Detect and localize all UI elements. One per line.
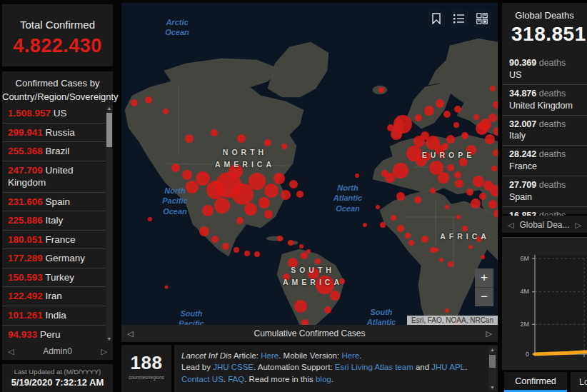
case-count: 255.368 — [8, 146, 43, 156]
ocean-label-arctic: Arctic Ocean — [159, 17, 195, 38]
deaths-word: deaths — [539, 119, 566, 129]
faq-link[interactable]: FAQ — [228, 375, 244, 383]
zoom-out-button[interactable]: − — [475, 288, 493, 306]
lancet-title: Lancet Inf Dis — [181, 351, 231, 360]
death-row-spain[interactable]: 27.709 deathsSpain — [502, 176, 587, 207]
case-count: 299.941 — [8, 127, 43, 138]
blog-link[interactable]: blog — [316, 375, 331, 383]
case-count: 122.492 — [8, 291, 43, 301]
info-text: Lancet Inf Dis Article: Here. Mobile Ver… — [174, 345, 498, 385]
info-scrollbar[interactable]: ▲ ▼ — [488, 346, 496, 391]
ocean-label-north-pacific: North Pacific Ocean — [156, 186, 194, 216]
case-count: 231.606 — [8, 196, 43, 207]
bookmark-icon[interactable] — [428, 10, 445, 27]
layer-title: Cumulative Confirmed Cases — [121, 328, 498, 338]
map-layer-pager: ◁ Cumulative Confirmed Cases ▷ — [121, 325, 498, 342]
countries-count: 188 — [121, 352, 171, 374]
pager-prev-icon[interactable]: ◁ — [508, 221, 513, 230]
case-count: 150.593 — [8, 272, 43, 283]
death-count: 28.242 — [509, 149, 536, 159]
scroll-up-icon[interactable]: ▲ — [488, 347, 496, 352]
info-segment: . — [359, 351, 361, 360]
death-count: 90.369 — [509, 58, 536, 68]
case-row-india[interactable]: 101.261 India — [2, 306, 106, 326]
death-country: United Kingdom — [509, 100, 587, 112]
ytick-4m: 4M — [508, 288, 529, 295]
trend-chart-panel[interactable]: 6M 4M 2M 0 — [502, 238, 587, 370]
continent-label-europe: EUROPE — [413, 149, 484, 161]
scroll-down-icon[interactable]: ▼ — [488, 385, 496, 390]
case-row-italy[interactable]: 225.886 Italy — [2, 211, 106, 231]
case-row-peru[interactable]: 94.933 Peru — [2, 326, 106, 343]
layer-prev-icon[interactable]: ◁ — [127, 329, 133, 338]
death-count: 34.876 — [509, 89, 536, 99]
world-map[interactable]: Arctic Ocean North Pacific Ocean North A… — [121, 3, 498, 325]
jhu-apl-link[interactable]: JHU APL — [431, 363, 465, 371]
zoom-in-button[interactable]: + — [475, 268, 493, 287]
legend-list-icon[interactable] — [451, 10, 468, 27]
case-row-spain[interactable]: 231.606 Spain — [2, 193, 106, 212]
map-zoom-control: + − — [475, 268, 493, 306]
case-row-russia[interactable]: 299.941 Russia — [2, 124, 106, 143]
case-country: Turkey — [45, 272, 74, 283]
cases-scrollbar[interactable]: ▲ ▼ — [106, 106, 112, 341]
case-row-united-kingdom[interactable]: 247.709 United Kingdom — [2, 161, 106, 193]
case-country: Iran — [46, 291, 62, 301]
death-country: France — [509, 161, 587, 173]
scroll-down-icon[interactable]: ▼ — [106, 336, 112, 341]
cases-header-line1: Confirmed Cases by — [2, 77, 113, 91]
info-segment: . Automation Support: — [254, 363, 335, 371]
ytick-0: 0 — [508, 351, 529, 358]
global-deaths-title: Global Deaths — [502, 3, 587, 21]
death-row-france[interactable]: 28.242 deathsFrance — [502, 146, 587, 176]
case-country: Germany — [46, 253, 86, 263]
layer-next-icon[interactable]: ▷ — [486, 329, 492, 338]
pager-prev-icon[interactable]: ◁ — [8, 347, 14, 356]
deaths-word: deaths — [539, 89, 566, 99]
global-deaths-value: 318.851 — [511, 23, 587, 46]
case-count: 180.051 — [8, 234, 43, 245]
total-confirmed-value: 4.822.430 — [2, 35, 113, 57]
contact-us-link[interactable]: Contact US — [181, 375, 224, 383]
case-row-turkey[interactable]: 150.593 Turkey — [2, 268, 106, 288]
case-country: India — [46, 310, 66, 321]
death-row-italy[interactable]: 32.007 deathsItaly — [502, 116, 587, 146]
mobile-version-link[interactable]: Here — [341, 351, 359, 360]
article-link[interactable]: Here — [261, 351, 279, 360]
jhu-csse-link[interactable]: JHU CSSE — [213, 363, 254, 371]
info-segment: Lead by — [181, 363, 213, 371]
case-row-france[interactable]: 180.051 France — [2, 231, 106, 250]
case-row-brazil[interactable]: 255.368 Brazil — [2, 142, 106, 161]
countries-count-label: countries/regions — [121, 375, 171, 380]
ytick-6m: 6M — [508, 255, 529, 262]
case-count: 177.289 — [8, 253, 43, 263]
case-row-us[interactable]: 1.508.957 US — [2, 104, 106, 124]
cases-pager: ◁ Admin0 ▷ — [2, 343, 113, 360]
scroll-up-icon[interactable]: ▲ — [106, 106, 112, 111]
last-updated-value: 5/19/2020 7:32:12 AM — [2, 377, 113, 388]
pager-next-icon[interactable]: ▷ — [576, 221, 581, 230]
deaths-pager-label: Global Dea... — [519, 220, 569, 230]
death-row-us[interactable]: 90.369 deathsUS — [502, 54, 587, 85]
pager-next-icon[interactable]: ▷ — [101, 347, 107, 356]
deaths-list[interactable]: 90.369 deathsUS 34.876 deathsUnited King… — [502, 54, 587, 214]
cases-list[interactable]: 1.508.957 US 299.941 Russia 255.368 Braz… — [2, 104, 106, 343]
case-country: Russia — [46, 127, 75, 138]
case-row-iran[interactable]: 122.492 Iran — [2, 287, 106, 306]
scrollbar-thumb[interactable] — [106, 113, 112, 147]
map-attribution: Esri, FAO, NOAA, NRCan — [407, 316, 498, 325]
tab-confirmed[interactable]: Confirmed — [504, 372, 567, 392]
last-updated-panel: Last Updated at (M/D/YYYY) 5/19/2020 7:3… — [2, 364, 113, 392]
case-row-germany[interactable]: 177.289 Germany — [2, 249, 106, 268]
ocean-label-north-atlantic: North Atlantic Ocean — [326, 183, 369, 213]
tab-logarithmic[interactable]: Logarithmic — [571, 372, 587, 392]
continent-label-north-america: NORTH AMERICA — [201, 146, 289, 171]
basemap-grid-icon[interactable] — [473, 10, 491, 27]
esri-living-atlas-link[interactable]: Esri Living Atlas team — [335, 363, 413, 371]
ocean-label-south-atlantic: South Atlantic Ocean — [360, 307, 403, 325]
death-country: Italy — [509, 130, 587, 142]
cases-header-line2: Country/Region/Sovereignty — [2, 91, 113, 104]
scrollbar-thumb[interactable] — [489, 355, 496, 368]
death-row-united-kingdom[interactable]: 34.876 deathsUnited Kingdom — [502, 85, 587, 116]
info-segment: and — [413, 363, 432, 371]
